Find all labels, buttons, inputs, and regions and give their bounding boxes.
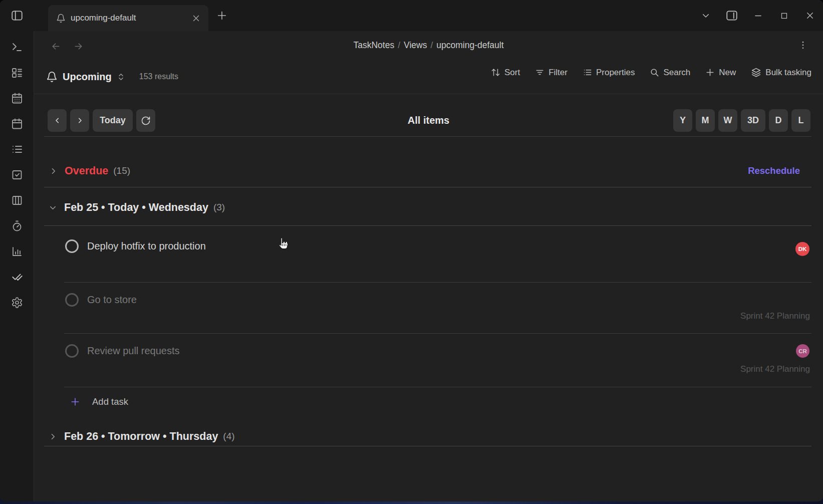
tomorrow-section-count: (4): [223, 431, 234, 442]
filter-button[interactable]: Filter: [535, 68, 568, 78]
tab-list-dropdown-button[interactable]: [693, 0, 719, 31]
divider: [44, 446, 811, 446]
breadcrumb-section[interactable]: Views: [404, 40, 427, 50]
overdue-count: (15): [113, 165, 130, 176]
arrow-up-down-icon: [491, 68, 500, 77]
range-week-button[interactable]: W: [718, 109, 737, 132]
task-status-circle[interactable]: [65, 344, 79, 358]
filter-label: Filter: [548, 68, 568, 78]
breadcrumb: TaskNotes/Views/upcoming-default: [34, 40, 823, 51]
list-icon: [11, 143, 23, 155]
task-title[interactable]: Go to store: [87, 294, 137, 306]
left-sidebar-toggle-button[interactable]: [8, 7, 26, 25]
divider: [64, 387, 811, 387]
assignee-avatar-cr: CR: [796, 344, 809, 358]
chevron-down-icon: [701, 11, 710, 20]
new-tab-button[interactable]: [216, 10, 227, 21]
chevron-right-icon: [48, 432, 58, 441]
timer-icon: [11, 220, 23, 232]
overdue-section-header: Overdue (15) Reschedule: [34, 159, 823, 183]
titlebar: upcoming-default: [0, 0, 823, 31]
maximize-button[interactable]: [771, 0, 797, 31]
task-row[interactable]: Go to store: [65, 293, 137, 307]
plus-icon: [70, 397, 80, 407]
breadcrumb-separator: /: [427, 40, 436, 50]
divider: [44, 187, 811, 187]
task-row[interactable]: Deploy hotfix to production: [65, 239, 206, 253]
sidebar-item-task-check[interactable]: [9, 166, 26, 183]
sidebar-item-list[interactable]: [9, 141, 26, 158]
task-status-circle[interactable]: [65, 293, 79, 307]
panel-left-icon: [11, 9, 24, 22]
search-label: Search: [663, 68, 690, 78]
breadcrumb-page[interactable]: upcoming-default: [436, 40, 503, 50]
overdue-expand-button[interactable]: [49, 166, 58, 176]
gear-icon: [11, 297, 23, 309]
terminal-icon: [11, 41, 23, 53]
task-row[interactable]: Review pull requests: [65, 344, 180, 358]
tomorrow-section-expand-button[interactable]: [48, 432, 58, 441]
tab-title: upcoming-default: [71, 13, 187, 23]
breadcrumb-app[interactable]: TaskNotes: [353, 40, 394, 50]
right-sidebar-toggle-button[interactable]: [719, 0, 745, 31]
today-section-header: Feb 25 • Today • Wednesday (3): [34, 196, 823, 218]
sidebar-item-calendar[interactable]: [9, 115, 26, 132]
sort-button[interactable]: Sort: [491, 68, 520, 78]
today-section-title[interactable]: Feb 25 • Today • Wednesday: [64, 201, 208, 214]
divider: [34, 94, 823, 94]
range-list-button[interactable]: L: [791, 109, 810, 132]
calendar-icon: [11, 118, 23, 130]
more-options-button[interactable]: [798, 40, 808, 50]
search-button[interactable]: Search: [650, 68, 690, 78]
toolbar: Sort Filter Properties Search New Bulk t…: [491, 67, 811, 78]
reschedule-link[interactable]: Reschedule: [748, 165, 800, 176]
chevron-down-icon: [48, 203, 58, 212]
overdue-title[interactable]: Overdue: [65, 165, 108, 177]
today-section-count: (3): [213, 202, 225, 213]
sidebar-item-settings[interactable]: [9, 294, 26, 311]
today-section-collapse-button[interactable]: [48, 203, 58, 212]
divider: [64, 282, 811, 283]
sidebar-item-stats[interactable]: [9, 243, 26, 260]
sidebar-item-layout-list[interactable]: [9, 64, 26, 81]
list-properties-icon: [583, 68, 592, 77]
new-button[interactable]: New: [705, 68, 736, 78]
task-title[interactable]: Review pull requests: [87, 345, 180, 357]
bell-icon: [56, 14, 66, 23]
add-task-button[interactable]: Add task: [70, 395, 128, 409]
range-year-button[interactable]: Y: [673, 109, 692, 132]
chevrons-up-down-icon: [117, 73, 125, 81]
square-check-icon: [11, 169, 23, 181]
sidebar-item-calendar-month[interactable]: [9, 90, 26, 107]
panel-right-icon: [725, 9, 738, 22]
sidebar-item-timer[interactable]: [9, 217, 26, 234]
properties-button[interactable]: Properties: [583, 68, 635, 78]
close-window-button[interactable]: [797, 0, 823, 31]
bulk-tasking-button[interactable]: Bulk tasking: [751, 67, 811, 78]
tomorrow-section-title[interactable]: Feb 26 • Tomorrow • Thursday: [64, 430, 218, 443]
check-check-icon: [11, 271, 24, 284]
left-ribbon: [0, 31, 34, 501]
chevron-right-icon: [49, 166, 58, 176]
task-status-circle[interactable]: [65, 239, 79, 253]
view-name: Upcoming: [63, 71, 112, 83]
tomorrow-section-header: Feb 26 • Tomorrow • Thursday (4): [34, 425, 823, 447]
results-count: 153 results: [139, 72, 178, 81]
plus-icon: [705, 68, 715, 77]
range-month-button[interactable]: M: [696, 109, 715, 132]
range-3day-button[interactable]: 3D: [741, 109, 765, 132]
sidebar-item-completed[interactable]: [9, 269, 26, 286]
tab-close-button[interactable]: [192, 14, 200, 23]
close-icon: [192, 14, 200, 23]
sidebar-item-terminal[interactable]: [9, 39, 26, 56]
tab-upcoming-default[interactable]: upcoming-default: [48, 5, 208, 31]
layers-icon: [751, 67, 761, 78]
task-project-label: Sprint 42 Planning: [740, 311, 810, 321]
sidebar-item-kanban[interactable]: [9, 192, 26, 209]
range-day-button[interactable]: D: [769, 109, 788, 132]
minimize-button[interactable]: [745, 0, 771, 31]
divider: [64, 333, 811, 334]
view-selector[interactable]: Upcoming 153 results: [46, 68, 178, 85]
task-title[interactable]: Deploy hotfix to production: [87, 240, 206, 252]
app-window: upcoming-default: [0, 0, 823, 501]
